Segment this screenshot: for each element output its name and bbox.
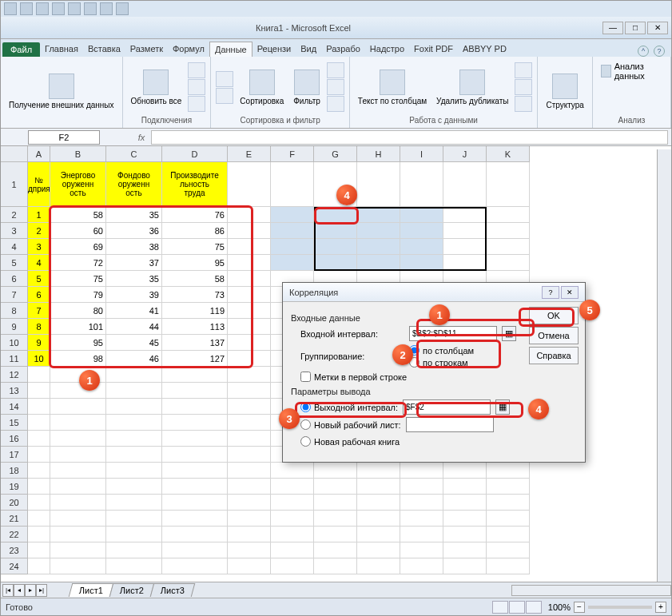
cell[interactable] (50, 383, 106, 399)
column-header[interactable]: G (314, 146, 357, 162)
ok-button[interactable]: OK (529, 307, 579, 324)
clear-filter-icon[interactable] (327, 62, 344, 78)
prev-sheet-button[interactable]: ◂ (14, 584, 25, 597)
ribbon-tab[interactable]: Вид (296, 42, 321, 57)
cell[interactable] (443, 479, 487, 495)
qat-icon[interactable] (116, 2, 129, 15)
horizontal-scrollbar[interactable] (511, 585, 671, 596)
row-header[interactable]: 2 (1, 207, 28, 223)
cell[interactable] (28, 431, 50, 447)
cell[interactable] (487, 207, 530, 223)
cell[interactable] (28, 415, 50, 431)
cell[interactable] (400, 527, 443, 542)
cell[interactable]: 39 (106, 287, 162, 303)
cell[interactable] (271, 255, 314, 271)
cell[interactable]: 41 (106, 303, 162, 319)
help-icon[interactable]: ? (654, 46, 665, 57)
cell[interactable] (50, 558, 106, 574)
cell[interactable] (50, 527, 106, 542)
help-button[interactable]: Справка (529, 347, 579, 364)
cell[interactable] (106, 558, 162, 574)
column-header[interactable]: J (443, 146, 487, 162)
ribbon-tab[interactable]: Foxit PDF (409, 42, 458, 57)
ribbon-tab[interactable]: Надстро (365, 42, 409, 57)
cell[interactable] (314, 558, 357, 574)
cell[interactable]: 36 (106, 223, 162, 239)
whatif-icon[interactable] (515, 96, 532, 112)
reapply-icon[interactable] (327, 79, 344, 95)
cell[interactable]: Энергово оруженн ость (50, 162, 106, 207)
cell[interactable] (314, 542, 357, 558)
cell[interactable] (228, 351, 271, 367)
column-header[interactable]: C (106, 146, 162, 162)
page-layout-button[interactable] (509, 601, 525, 614)
column-header[interactable]: F (271, 146, 314, 162)
row-header[interactable]: 14 (1, 399, 28, 415)
cell[interactable] (271, 223, 314, 239)
cell[interactable] (50, 447, 106, 463)
cell[interactable] (228, 431, 271, 447)
cell[interactable]: 8 (28, 319, 50, 335)
data-analysis-button[interactable]: Анализ данных (598, 58, 666, 84)
cell[interactable]: Фондово оруженн ость (106, 162, 162, 207)
ribbon-tab[interactable]: Главная (40, 42, 83, 57)
next-sheet-button[interactable]: ▸ (25, 584, 36, 597)
cell[interactable] (162, 367, 228, 383)
cell[interactable] (162, 511, 228, 527)
edit-links-icon[interactable] (188, 96, 205, 112)
cell[interactable] (314, 511, 357, 527)
advanced-icon[interactable] (327, 96, 344, 112)
row-header[interactable]: 10 (1, 335, 28, 351)
row-header[interactable]: 21 (1, 511, 28, 527)
column-header[interactable]: K (487, 146, 530, 162)
cell[interactable] (228, 527, 271, 542)
row-header[interactable]: 9 (1, 319, 28, 335)
new-sheet-name-field[interactable] (406, 417, 494, 432)
cell[interactable] (228, 287, 271, 303)
column-header[interactable]: H (357, 146, 400, 162)
cell[interactable] (162, 479, 228, 495)
cell[interactable] (487, 223, 530, 239)
sort-za-icon[interactable] (216, 88, 233, 104)
cell[interactable] (271, 511, 314, 527)
cell[interactable] (357, 463, 400, 479)
cell[interactable] (228, 399, 271, 415)
cell[interactable] (50, 463, 106, 479)
cell[interactable] (228, 479, 271, 495)
cell[interactable] (28, 479, 50, 495)
cell[interactable] (400, 463, 443, 479)
input-interval-field[interactable] (409, 326, 497, 341)
last-sheet-button[interactable]: ▸| (36, 584, 47, 597)
cell[interactable] (228, 447, 271, 463)
cell[interactable]: 5 (28, 271, 50, 287)
row-header[interactable]: 15 (1, 415, 28, 431)
output-interval-field[interactable] (403, 399, 491, 415)
consolidate-icon[interactable] (515, 79, 532, 95)
row-header[interactable]: 4 (1, 239, 28, 255)
cell[interactable] (357, 162, 400, 207)
cell[interactable]: 76 (162, 207, 228, 223)
qat-icon[interactable] (100, 2, 113, 15)
cell[interactable] (228, 162, 271, 207)
cell[interactable] (443, 463, 487, 479)
external-data-button[interactable]: Получение внешних данных (6, 72, 117, 111)
cell[interactable]: 46 (106, 351, 162, 367)
zoom-slider[interactable] (588, 606, 652, 609)
cell[interactable] (28, 447, 50, 463)
cell[interactable] (357, 511, 400, 527)
cell[interactable] (487, 162, 530, 207)
cell[interactable] (162, 431, 228, 447)
cell[interactable] (50, 542, 106, 558)
row-header[interactable]: 8 (1, 303, 28, 319)
row-header[interactable]: 19 (1, 479, 28, 495)
new-book-radio[interactable] (300, 436, 311, 447)
cell[interactable]: 75 (50, 271, 106, 287)
cell[interactable] (228, 367, 271, 383)
cell[interactable] (28, 495, 50, 511)
text-to-columns-button[interactable]: Текст по столбцам (355, 68, 430, 107)
by-rows-radio[interactable] (409, 357, 420, 368)
cell[interactable] (314, 162, 357, 207)
row-header[interactable]: 23 (1, 542, 28, 558)
sort-button[interactable]: Сортировка (237, 68, 287, 107)
sheet-tab-3[interactable]: Лист3 (150, 583, 196, 597)
